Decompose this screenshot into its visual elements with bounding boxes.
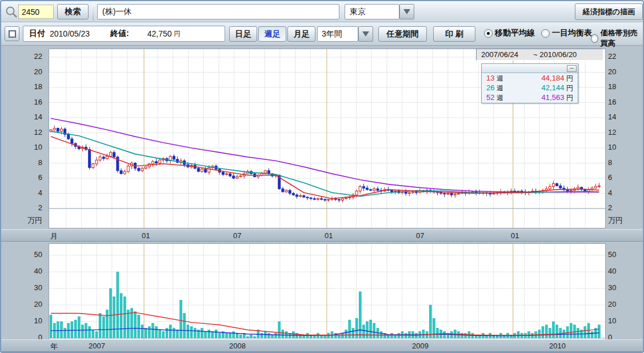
radio-price-volume[interactable]: 価格帯別売買高 <box>591 28 643 49</box>
axis-tick-label: 20 <box>608 300 644 308</box>
axis-tick-label: 12 <box>608 128 644 137</box>
axis-tick-label: 10 <box>2 143 42 151</box>
market-dropdown-button[interactable] <box>399 4 414 19</box>
price-unit-label-left: 万円 <box>2 215 42 226</box>
economic-indicator-button[interactable]: 経済指標の描画 <box>575 3 643 20</box>
ma52-label: 52 <box>486 93 494 102</box>
axis-tick-label: 22 <box>2 52 42 61</box>
toolbar-bottom: 日付 2010/05/23 終値: 42,750 円 日足 週足 月足 3年間 … <box>1 22 643 46</box>
radio-pricevol-label: 価格帯別売買高 <box>601 28 643 49</box>
range-end: ~ 2010/06/20 <box>518 50 577 59</box>
axis-tick-label: 18 <box>608 82 644 91</box>
axis-tick-label: 4 <box>608 188 644 197</box>
close-yen-suffix: 円 <box>174 30 181 38</box>
year-tick: 2010 <box>549 342 566 350</box>
axis-tick-label: 2 <box>2 203 42 212</box>
date-value: 2010/05/23 <box>50 29 90 38</box>
year-axis-bar: 年 2007200820092010 <box>1 339 643 352</box>
ma13-value: 44,184 <box>542 74 565 82</box>
ma13-label: 13 <box>486 74 494 82</box>
ma-legend-header[interactable]: ─ <box>482 64 578 73</box>
stock-code-input[interactable] <box>18 5 54 19</box>
month-tick: 07 <box>416 231 424 240</box>
ma-legend-box[interactable]: ─ 13 週 44,184 円 26 週 42,144 円 52 週 41,56… <box>481 63 578 103</box>
axis-tick-label: 50 <box>2 250 42 259</box>
radio-moving-average[interactable]: 移動平均線 <box>484 28 535 38</box>
print-button[interactable]: 印 刷 <box>433 26 475 42</box>
axis-tick-label: 4 <box>2 188 42 197</box>
date-label: 日付 <box>29 29 45 39</box>
price-unit-label-right: 万円 <box>608 215 644 226</box>
axis-tick-label: 40 <box>2 267 42 275</box>
ma26-value: 42,144 <box>542 83 565 92</box>
axis-tick-label: 8 <box>2 158 42 167</box>
yen-suffix: 円 <box>566 84 573 92</box>
radio-icon <box>591 34 598 43</box>
axis-tick-label: 2 <box>608 203 644 212</box>
month-tick: 07 <box>233 231 241 240</box>
close-value: 42,750 <box>147 29 172 38</box>
axis-tick-label: 6 <box>2 173 42 182</box>
month-tick: 01 <box>511 231 519 240</box>
axis-tick-label: 6 <box>608 173 644 182</box>
radio-selected-icon <box>484 29 493 38</box>
market-select-field[interactable]: 東京 <box>345 4 399 19</box>
toolbar-top: 検索 (株)一休 東京 経済指標の描画 <box>1 1 643 22</box>
search-button[interactable]: 検索 <box>57 4 89 19</box>
volume-chart-canvas <box>49 244 605 339</box>
week-suffix: 週 <box>497 74 503 82</box>
axis-tick-label: 16 <box>2 98 42 106</box>
axis-tick-label: 20 <box>2 67 42 76</box>
month-tick: 01 <box>142 231 150 240</box>
year-tick: 2008 <box>229 342 246 350</box>
axis-tick-label: 14 <box>2 113 42 121</box>
ma52-value: 41,563 <box>542 93 565 102</box>
ma26-label: 26 <box>486 83 494 92</box>
close-label: 終値: <box>110 29 129 39</box>
stock-name-field[interactable]: (株)一休 <box>97 4 339 19</box>
chevron-down-icon <box>362 31 369 37</box>
year-axis-label: 年 <box>50 342 58 352</box>
quote-info-field: 日付 2010/05/23 終値: 42,750 円 <box>23 26 225 42</box>
ma-legend-row-13w: 13 週 44,184 円 <box>482 73 578 83</box>
minimize-button[interactable]: ─ <box>567 65 577 72</box>
axis-tick-label: 16 <box>608 98 644 106</box>
radio-ma-label: 移動平均線 <box>495 28 535 38</box>
month-axis-label: 月 <box>50 231 58 242</box>
monthly-tab[interactable]: 月足 <box>287 26 315 42</box>
radio-icon <box>541 29 550 38</box>
axis-tick-label: 10 <box>608 143 644 151</box>
year-tick: 2009 <box>412 342 429 350</box>
daily-tab[interactable]: 日足 <box>229 26 257 42</box>
date-range-box[interactable]: 2007/06/24 ~ 2010/06/20 <box>476 49 603 61</box>
week-suffix: 週 <box>497 84 503 92</box>
range-start: 2007/06/24 <box>477 50 518 59</box>
week-suffix: 週 <box>497 94 503 102</box>
weekly-tab[interactable]: 週足 <box>258 26 286 42</box>
year-tick: 2007 <box>89 342 105 350</box>
radio-ichimoku[interactable]: 一目均衡表 <box>541 28 592 38</box>
yen-suffix: 円 <box>566 74 573 82</box>
axis-tick-label: 20 <box>608 67 644 76</box>
yen-suffix: 円 <box>566 94 573 102</box>
axis-tick-label: 30 <box>2 283 42 292</box>
stock-chart-app: 検索 (株)一休 東京 経済指標の描画 日付 2010/05/23 終値: 42… <box>0 0 644 353</box>
axis-tick-label: 10 <box>608 316 644 325</box>
custom-period-button[interactable]: 任意期間 <box>378 26 427 42</box>
ma-legend-row-52w: 52 週 41,563 円 <box>482 93 578 102</box>
axis-tick-label: 20 <box>2 300 42 308</box>
axis-tick-label: 22 <box>608 52 644 61</box>
axis-tick-label: 12 <box>2 128 42 137</box>
month-axis-bar: 月 0107010701 <box>1 229 643 242</box>
search-icon <box>5 5 18 19</box>
radio-ichimoku-label: 一目均衡表 <box>552 28 592 38</box>
toolbar-divider <box>93 3 94 21</box>
period-select-field[interactable]: 3年間 <box>317 26 358 42</box>
window-mode-button[interactable] <box>5 26 19 41</box>
axis-tick-label: 50 <box>608 250 644 259</box>
month-tick: 01 <box>325 231 333 240</box>
period-dropdown-button[interactable] <box>358 26 373 42</box>
axis-tick-label: 10 <box>2 316 42 325</box>
axis-tick-label: 14 <box>608 113 644 121</box>
chevron-down-icon <box>403 9 410 14</box>
